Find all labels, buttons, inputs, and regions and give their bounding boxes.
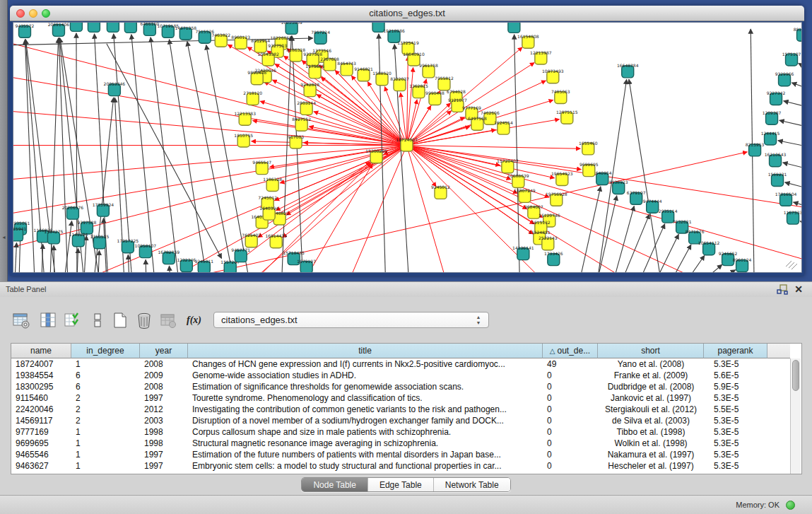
cell-title[interactable]: Genome-wide association studies in ADHD. bbox=[188, 370, 543, 381]
graph-node-selected[interactable]: 1186328 bbox=[263, 177, 282, 191]
graph-nodes[interactable]: 9435572206914069465546946362710653287152… bbox=[13, 23, 801, 272]
graph-node-selected[interactable]: 917003 bbox=[288, 134, 304, 148]
network-canvas[interactable]: 9435572206914069465546946362710653287152… bbox=[13, 22, 802, 273]
graph-node-selected[interactable]: 2803144 bbox=[297, 100, 316, 115]
table-panel-header[interactable]: Table Panel ✕ bbox=[0, 282, 812, 297]
graph-node[interactable]: 10958107 bbox=[135, 243, 157, 257]
graph-node[interactable]: 2087682 bbox=[505, 23, 524, 33]
graph-node-selected[interactable]: 9465547 bbox=[252, 160, 271, 174]
graph-node[interactable]: 16210643 bbox=[765, 152, 787, 166]
scrollbar-thumb[interactable] bbox=[792, 360, 799, 391]
graph-node-selected[interactable]: 19654923 bbox=[551, 171, 573, 185]
graph-node-selected[interactable]: 9990448 bbox=[425, 90, 445, 105]
cell-year[interactable]: 1997 bbox=[140, 460, 188, 472]
side-panel-edge[interactable]: ◂ bbox=[0, 0, 8, 281]
show-columns-icon[interactable] bbox=[40, 312, 57, 329]
graph-node[interactable]: 9465546 bbox=[67, 23, 86, 31]
graph-node-selected[interactable]: 16154808 bbox=[517, 34, 539, 48]
cell-year[interactable]: 2008 bbox=[140, 358, 188, 370]
cell-title[interactable]: Investigating the contribution of common… bbox=[188, 404, 543, 415]
cell-pagerank[interactable]: 5.3E-5 bbox=[704, 438, 767, 449]
cell-year[interactable]: 2012 bbox=[140, 404, 188, 415]
cell-short[interactable]: Stergiakouli et al. (2012) bbox=[598, 404, 704, 415]
graph-node-selected[interactable]: 9146821 bbox=[354, 66, 373, 81]
graph-node[interactable]: 7857224 bbox=[311, 30, 330, 44]
graph-node[interactable]: 17359924 bbox=[93, 202, 114, 216]
cell-year[interactable]: 2003 bbox=[140, 415, 188, 426]
table-row[interactable]: 1938455462009Genome-wide association stu… bbox=[11, 370, 790, 381]
cell-name[interactable]: 22420046 bbox=[11, 404, 71, 415]
cell-year[interactable]: 1998 bbox=[140, 426, 188, 438]
cell-title[interactable]: Embryonic stem cells: a model to study s… bbox=[188, 460, 543, 472]
close-panel-icon[interactable]: ✕ bbox=[794, 284, 804, 296]
cell-name[interactable]: 18300295 bbox=[11, 381, 71, 392]
memory-ok-icon[interactable] bbox=[786, 501, 795, 510]
cell-short[interactable]: Wolkin et al. (1998) bbox=[598, 438, 704, 449]
cell-pagerank[interactable]: 5.3E-5 bbox=[704, 358, 767, 370]
resize-grip-icon[interactable] bbox=[786, 261, 797, 269]
network-view-window[interactable]: citations_edges.txt 94355722069140694655… bbox=[10, 6, 804, 276]
graph-node[interactable]: 14671358 bbox=[175, 25, 197, 40]
cell-name[interactable]: 18724007 bbox=[11, 358, 71, 370]
cell-in_degree[interactable]: 2 bbox=[71, 415, 140, 426]
cell-out_de[interactable]: 0 bbox=[543, 370, 598, 381]
cell-out_de[interactable]: 0 bbox=[543, 392, 598, 404]
cell-title[interactable]: Estimation of significance thresholds fo… bbox=[188, 381, 543, 392]
column-header-short[interactable]: short bbox=[598, 344, 704, 358]
graph-node[interactable]: 5938923 bbox=[609, 180, 628, 194]
cell-in_degree[interactable]: 2 bbox=[71, 392, 140, 404]
cell-short[interactable]: Franke et al. (2009) bbox=[598, 370, 704, 381]
table-row[interactable]: 946554611997Estimation of the future num… bbox=[11, 449, 790, 460]
graph-node-selected[interactable]: 2718120 bbox=[243, 90, 262, 105]
cell-out_de[interactable]: 49 bbox=[543, 358, 598, 370]
cell-year[interactable]: 2008 bbox=[140, 381, 188, 392]
tab-node-table[interactable]: Node Table bbox=[302, 478, 368, 491]
graph-node-selected[interactable]: 16914479 bbox=[265, 233, 287, 247]
cell-title[interactable]: Changes of HCN gene expression and I(f) … bbox=[188, 358, 543, 370]
cell-short[interactable]: Hescheler et al. (1997) bbox=[598, 460, 704, 472]
cell-title[interactable]: Corpus callosum shape and size in male p… bbox=[188, 426, 543, 438]
delete-table-icon[interactable] bbox=[136, 312, 153, 329]
column-header-in_degree[interactable]: in_degree bbox=[71, 344, 140, 358]
cell-name[interactable]: 14569117 bbox=[11, 415, 71, 426]
cell-in_degree[interactable]: 1 bbox=[71, 358, 140, 370]
graph-node-selected[interactable]: 7955812 bbox=[435, 76, 454, 90]
cell-name[interactable]: 19384554 bbox=[11, 370, 71, 381]
cell-name[interactable]: 9777169 bbox=[11, 426, 71, 438]
cell-year[interactable]: 1997 bbox=[140, 449, 188, 460]
table-rows[interactable]: 1872400712008Changes of HCN gene express… bbox=[11, 358, 790, 474]
cell-title[interactable]: Disruption of a novel member of a sodium… bbox=[188, 415, 543, 426]
graph-node[interactable]: 8215953 bbox=[746, 142, 765, 156]
table-header-row[interactable]: namein_degreeyeartitle△out_de...shortpag… bbox=[11, 344, 790, 358]
cell-title[interactable]: Structural magnetic resonance image aver… bbox=[188, 438, 543, 449]
table-row[interactable]: 1456911722003Disruption of a novel membe… bbox=[11, 415, 790, 426]
cell-out_de[interactable]: 0 bbox=[543, 449, 598, 460]
cell-short[interactable]: Yano et al. (2008) bbox=[598, 358, 704, 370]
column-header-year[interactable]: year bbox=[140, 344, 188, 358]
cell-short[interactable]: de Silva et al. (2003) bbox=[598, 415, 704, 426]
graph-node-selected[interactable]: 12213987 bbox=[530, 50, 552, 64]
cell-out_de[interactable]: 0 bbox=[543, 381, 598, 392]
graph-node[interactable]: 1575107 bbox=[782, 52, 801, 66]
cell-short[interactable]: Nakamura et al. (1997) bbox=[598, 449, 704, 460]
graph-node[interactable]: 1145194 bbox=[69, 232, 88, 246]
cell-pagerank[interactable]: 5.6E-5 bbox=[704, 370, 767, 381]
column-header-pagerank[interactable]: pagerank bbox=[704, 344, 767, 358]
cell-in_degree[interactable]: 2 bbox=[71, 404, 140, 415]
graph-node-selected[interactable]: 1588520 bbox=[372, 71, 392, 85]
cell-year[interactable]: 1998 bbox=[140, 438, 188, 449]
column-header-out_de[interactable]: △out_de... bbox=[543, 344, 598, 358]
select-rows-icon[interactable] bbox=[64, 312, 81, 329]
graph-node-selected[interactable]: 8960123 bbox=[231, 35, 250, 49]
cell-short[interactable]: Jankovic et al. (1997) bbox=[598, 392, 704, 404]
table-row[interactable]: 2242004622012Investigating the contribut… bbox=[11, 404, 790, 415]
cell-in_degree[interactable]: 1 bbox=[71, 449, 140, 460]
table-select-dropdown[interactable]: citations_edges.txt ▲▼ bbox=[213, 312, 489, 328]
cell-pagerank[interactable]: 5.3E-5 bbox=[704, 415, 767, 426]
graph-node[interactable]: 9227342 bbox=[767, 90, 786, 105]
table-row[interactable]: 946362711997Embryonic stem cells: a mode… bbox=[11, 460, 790, 472]
graph-node[interactable]: 1527602 bbox=[122, 23, 141, 33]
cell-in_degree[interactable]: 1 bbox=[71, 460, 140, 472]
graph-node-selected[interactable]: 1655460 bbox=[579, 141, 598, 155]
cell-short[interactable]: Tibbo et al. (1998) bbox=[598, 426, 704, 438]
